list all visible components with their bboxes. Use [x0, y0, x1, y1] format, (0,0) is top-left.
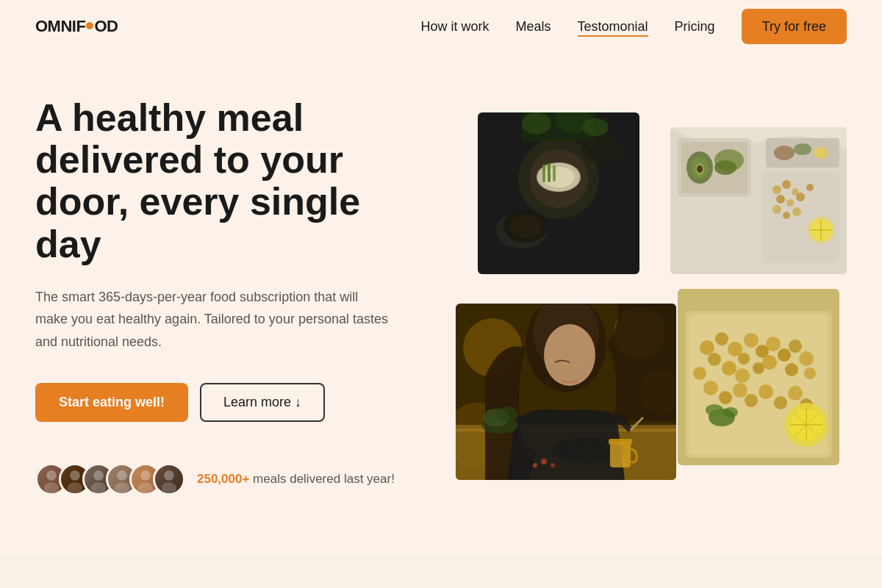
svg-point-10	[164, 470, 174, 480]
svg-point-90	[693, 367, 706, 380]
svg-point-100	[785, 363, 798, 376]
logo-o: O	[94, 17, 107, 35]
svg-point-106	[759, 384, 773, 399]
nav-link-testimonial[interactable]: Testomonial	[578, 19, 648, 37]
svg-point-98	[789, 340, 802, 353]
food-image-legumes	[678, 289, 839, 465]
svg-point-88	[722, 361, 736, 376]
food-image-bowls	[478, 112, 639, 274]
nav-item-pricing[interactable]: Pricing	[675, 19, 715, 35]
svg-point-108	[788, 386, 803, 401]
svg-point-87	[708, 353, 721, 366]
learn-more-button[interactable]: Learn more ↓	[200, 383, 325, 422]
svg-point-2	[70, 470, 80, 480]
social-proof-count: 250,000+	[197, 472, 249, 486]
svg-point-93	[735, 368, 750, 383]
svg-point-78	[533, 463, 537, 467]
svg-point-0	[46, 470, 57, 480]
svg-point-107	[774, 396, 787, 409]
svg-point-47	[783, 212, 790, 219]
logo-text-after: D	[107, 17, 118, 35]
svg-rect-79	[610, 442, 631, 467]
hero-text-block: A healthy meal delivered to your door, e…	[35, 97, 426, 495]
svg-point-85	[715, 332, 728, 345]
hero-title: A healthy meal delivered to your door, e…	[35, 97, 426, 265]
hero-buttons: Start eating well! Learn more ↓	[35, 383, 426, 422]
svg-point-21	[582, 118, 609, 136]
hero-section: A healthy meal delivered to your door, e…	[0, 53, 882, 554]
logo-text-before: OMNIF	[35, 17, 85, 35]
svg-point-42	[776, 195, 785, 204]
svg-rect-24	[542, 164, 545, 182]
svg-point-103	[719, 391, 732, 404]
svg-point-4	[93, 470, 104, 480]
svg-point-19	[522, 112, 551, 135]
food-image-woman	[456, 304, 676, 480]
avatar-group	[35, 463, 185, 495]
svg-point-105	[745, 394, 758, 407]
svg-point-46	[772, 205, 781, 214]
logo[interactable]: OMNIFOD	[35, 17, 118, 36]
nav-links: How it work Meals Testomonial Pricing Tr…	[421, 19, 847, 35]
svg-rect-38	[762, 171, 839, 263]
svg-point-28	[509, 215, 542, 238]
start-eating-button[interactable]: Start eating well!	[35, 383, 188, 422]
avatar	[153, 463, 185, 495]
svg-point-89	[738, 353, 750, 365]
svg-point-95	[766, 337, 781, 351]
svg-point-44	[796, 193, 805, 201]
svg-point-8	[140, 470, 151, 480]
nav-cta-item[interactable]: Try for free	[742, 19, 847, 35]
svg-point-45	[806, 184, 814, 191]
nav-link-pricing[interactable]: Pricing	[675, 19, 715, 34]
social-proof-suffix: meals delivered last year!	[249, 472, 394, 486]
svg-point-1	[44, 482, 60, 493]
svg-point-23	[542, 167, 575, 187]
svg-point-48	[792, 207, 801, 216]
svg-rect-26	[553, 165, 556, 182]
food-image-trays	[670, 127, 847, 274]
svg-point-35	[697, 165, 703, 173]
hero-images	[456, 112, 847, 480]
svg-point-99	[799, 351, 814, 366]
social-proof-text: 250,000+ meals delivered last year!	[197, 472, 395, 487]
svg-rect-80	[609, 439, 632, 445]
nav-item-meals[interactable]: Meals	[516, 19, 551, 35]
svg-point-75	[496, 406, 518, 421]
svg-point-55	[794, 143, 811, 155]
svg-point-7	[115, 482, 130, 493]
social-proof: 250,000+ meals delivered last year!	[35, 463, 426, 495]
hero-description: The smart 365-days-per-year food subscri…	[35, 286, 388, 354]
nav-link-meals[interactable]: Meals	[516, 19, 551, 34]
svg-point-11	[162, 482, 177, 493]
svg-rect-25	[548, 162, 551, 182]
svg-point-97	[762, 355, 777, 370]
svg-point-5	[91, 482, 107, 493]
nav-link-how-it-work[interactable]: How it work	[421, 19, 490, 34]
svg-point-43	[786, 199, 794, 207]
svg-point-104	[733, 383, 747, 398]
svg-point-6	[117, 470, 127, 480]
svg-point-40	[782, 180, 791, 189]
svg-point-76	[541, 459, 547, 465]
svg-point-37	[714, 160, 736, 175]
svg-point-118	[723, 407, 738, 417]
svg-point-3	[68, 482, 83, 493]
logo-dot	[86, 22, 93, 29]
svg-point-39	[772, 185, 781, 194]
svg-point-102	[703, 381, 718, 395]
svg-point-84	[700, 340, 714, 355]
svg-point-54	[774, 146, 795, 160]
featured-section: AS FEATURED IN T TechCrunch BUSINESS INS…	[0, 554, 882, 588]
nav-cta-button[interactable]: Try for free	[742, 9, 847, 44]
nav-item-how-it-work[interactable]: How it work	[421, 19, 490, 35]
nav-item-testimonial[interactable]: Testomonial	[578, 19, 648, 35]
svg-point-71	[544, 324, 595, 386]
svg-point-77	[551, 463, 555, 467]
svg-point-91	[744, 333, 759, 348]
svg-point-56	[814, 147, 828, 159]
svg-point-117	[706, 404, 723, 416]
navbar: OMNIFOD How it work Meals Testomonial Pr…	[0, 0, 882, 53]
svg-point-101	[804, 368, 816, 379]
svg-point-9	[138, 482, 154, 493]
